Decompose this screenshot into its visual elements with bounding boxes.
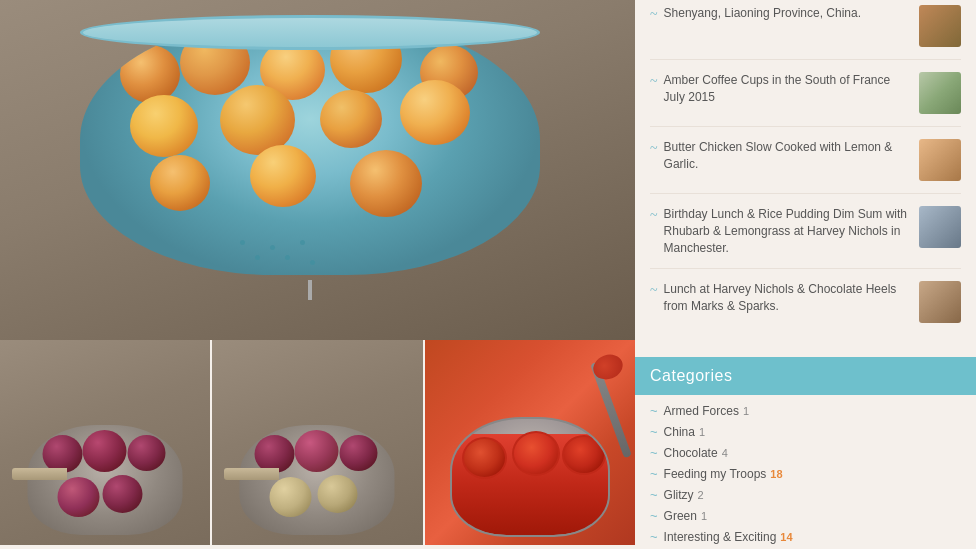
post-text-4[interactable]: Birthday Lunch & Rice Pudding Dim Sum wi… [664, 206, 911, 256]
plum-12 [350, 150, 422, 217]
bowl-leg [308, 280, 312, 300]
cat-name-1[interactable]: Armed Forces [664, 404, 739, 418]
bowl-rim [80, 15, 540, 50]
cat-arrow-5: ~ [650, 487, 658, 502]
category-item-armed-forces[interactable]: ~ Armed Forces 1 [650, 403, 961, 418]
category-item-feeding[interactable]: ~ Feeding my Troops 18 [650, 466, 961, 481]
post-text-5[interactable]: Lunch at Harvey Nichols & Chocolate Heel… [664, 281, 911, 315]
pan-3 [450, 417, 610, 537]
post-text-3[interactable]: Butter Chicken Slow Cooked with Lemon & … [664, 139, 911, 173]
plum-11 [250, 145, 316, 207]
post-text-1[interactable]: Shenyang, Liaoning Province, China. [664, 5, 911, 22]
post-item-3: ~ Butter Chicken Slow Cooked with Lemon … [650, 139, 961, 194]
post-text-2[interactable]: Amber Coffee Cups in the South of France… [664, 72, 911, 106]
post-thumb-1[interactable] [919, 5, 961, 47]
cat-name-5[interactable]: Glitzy [664, 488, 694, 502]
cat-name-2[interactable]: China [664, 425, 695, 439]
bottom-image-3 [423, 340, 635, 545]
bowl-hole-5 [285, 255, 290, 260]
post-thumb-3[interactable] [919, 139, 961, 181]
cat-arrow-7: ~ [650, 529, 658, 544]
cat-name-3[interactable]: Chocolate [664, 446, 718, 460]
bowl-hole-1 [240, 240, 245, 245]
plum-10 [150, 155, 210, 211]
cat-name-4[interactable]: Feeding my Troops [664, 467, 767, 481]
post-item-1: ~ Shenyang, Liaoning Province, China. [650, 5, 961, 60]
sidebar: ~ Shenyang, Liaoning Province, China. ~ … [635, 0, 976, 549]
bowl-hole-6 [310, 260, 315, 265]
bottom-image-2 [210, 340, 422, 545]
bottom-images [0, 340, 635, 545]
plum-6 [130, 95, 198, 157]
pan-handle-1 [12, 468, 67, 480]
post-item-4: ~ Birthday Lunch & Rice Pudding Dim Sum … [650, 206, 961, 269]
cat-count-1: 1 [743, 405, 749, 417]
category-item-china[interactable]: ~ China 1 [650, 424, 961, 439]
post-arrow-4: ~ [650, 208, 658, 224]
post-item-2: ~ Amber Coffee Cups in the South of Fran… [650, 72, 961, 127]
categories-title: Categories [650, 367, 961, 385]
plum-9 [400, 80, 470, 145]
pan-1 [28, 425, 183, 535]
category-item-interesting[interactable]: ~ Interesting & Exciting 14 [650, 529, 961, 544]
category-item-chocolate[interactable]: ~ Chocolate 4 [650, 445, 961, 460]
bottom-image-1 [0, 340, 210, 545]
post-arrow-1: ~ [650, 7, 658, 23]
cat-arrow-3: ~ [650, 445, 658, 460]
cat-count-7: 14 [780, 531, 792, 543]
plum-8 [320, 90, 382, 148]
post-thumb-5[interactable] [919, 281, 961, 323]
bowl-hole-2 [270, 245, 275, 250]
post-arrow-2: ~ [650, 74, 658, 90]
cat-count-5: 2 [698, 489, 704, 501]
cat-arrow-1: ~ [650, 403, 658, 418]
post-arrow-5: ~ [650, 283, 658, 299]
cat-name-6[interactable]: Green [664, 509, 697, 523]
bowl-hole-4 [255, 255, 260, 260]
cat-arrow-6: ~ [650, 508, 658, 523]
category-item-glitzy[interactable]: ~ Glitzy 2 [650, 487, 961, 502]
categories-header: Categories [635, 357, 976, 395]
post-thumb-2[interactable] [919, 72, 961, 114]
cat-count-6: 1 [701, 510, 707, 522]
cat-count-4: 18 [770, 468, 782, 480]
bowl-body [80, 15, 540, 275]
cat-name-7[interactable]: Interesting & Exciting [664, 530, 777, 544]
colander [80, 15, 540, 285]
post-thumb-4[interactable] [919, 206, 961, 248]
main-content [0, 0, 635, 549]
recent-posts-section: ~ Shenyang, Liaoning Province, China. ~ … [635, 0, 976, 357]
plum-1 [120, 45, 180, 103]
category-item-green[interactable]: ~ Green 1 [650, 508, 961, 523]
pan-2 [240, 425, 395, 535]
hero-image [0, 0, 635, 340]
cat-count-2: 1 [699, 426, 705, 438]
cat-arrow-4: ~ [650, 466, 658, 481]
pan-handle-2 [224, 468, 279, 480]
post-item-5: ~ Lunch at Harvey Nichols & Chocolate He… [650, 281, 961, 335]
bowl-hole-3 [300, 240, 305, 245]
cat-arrow-2: ~ [650, 424, 658, 439]
post-arrow-3: ~ [650, 141, 658, 157]
categories-list: ~ Armed Forces 1 ~ China 1 ~ Chocolate 4… [635, 395, 976, 549]
cat-count-3: 4 [722, 447, 728, 459]
